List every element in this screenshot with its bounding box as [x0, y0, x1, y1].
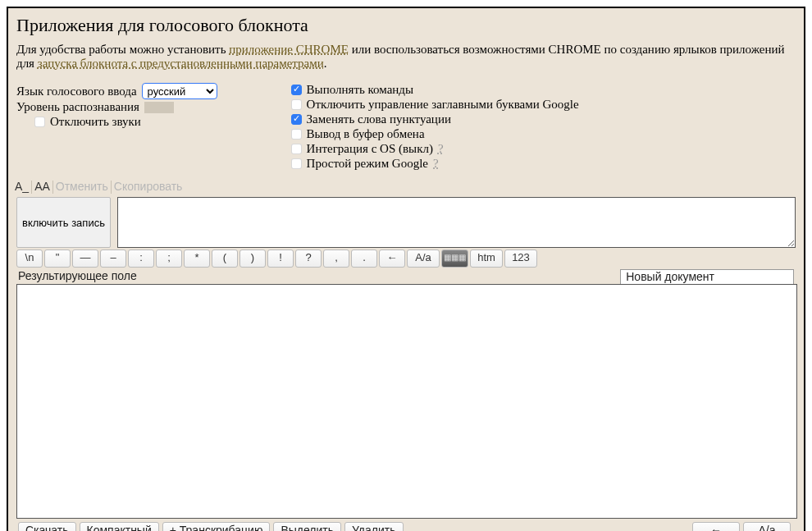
case-caps-button[interactable]: AA	[34, 180, 50, 193]
sym-question[interactable]: ?	[295, 249, 322, 268]
simple-mode-label: Простой режим Google	[307, 157, 428, 171]
sym-asterisk[interactable]: *	[184, 249, 210, 268]
disable-caps-check[interactable]	[291, 99, 302, 110]
format-toolbar: A_AAОтменитьСкопировать	[8, 180, 804, 194]
intro-text: Для удобства работы можно установить при…	[16, 43, 796, 71]
sym-htm[interactable]: htm	[470, 249, 503, 268]
exec-commands-check[interactable]	[291, 85, 302, 95]
sym-rparen[interactable]: )	[239, 249, 266, 268]
clipboard-label: Вывод в буфер обмена	[307, 127, 425, 141]
symbol-toolbar: \n " — – : ; * ( ) ! ? , . ← A/a ▦▦▦ htm…	[8, 248, 804, 268]
sym-123[interactable]: 123	[504, 249, 537, 268]
exec-commands-label: Выполнять команды	[307, 83, 414, 97]
keyboard-icon[interactable]: ▦▦▦	[441, 249, 468, 268]
chrome-app-link[interactable]: приложение CHROME	[229, 43, 349, 56]
transcription-button[interactable]: + Транскрибацию	[162, 522, 271, 531]
sym-emdash[interactable]: —	[72, 249, 98, 268]
select-button[interactable]: Выделить	[273, 522, 341, 531]
copy-button[interactable]: Скопировать	[114, 180, 183, 193]
disable-caps-label: Отключить управление заглавными буквами …	[307, 98, 579, 112]
sym-newline[interactable]: \n	[16, 249, 43, 268]
clipboard-check[interactable]	[291, 129, 302, 140]
help-icon[interactable]: ?	[438, 142, 444, 156]
case-button[interactable]: A/a	[743, 522, 791, 531]
record-button[interactable]: включить запись	[16, 197, 111, 248]
preset-link[interactable]: запуска блокнота с предустановленными па…	[38, 57, 324, 70]
disable-sounds-check[interactable]	[34, 117, 45, 127]
sym-case[interactable]: A/a	[407, 249, 440, 268]
sym-quote[interactable]: "	[44, 249, 71, 268]
help-icon[interactable]: ?	[433, 157, 439, 171]
voice-lang-label: Язык голосового ввода	[16, 85, 137, 98]
os-integration-check[interactable]	[291, 144, 302, 154]
draft-textarea[interactable]	[117, 197, 796, 248]
sym-endash[interactable]: –	[100, 249, 126, 268]
delete-button[interactable]: Удалить	[344, 522, 403, 531]
recognition-level-label: Уровень распознавания	[16, 100, 139, 114]
result-textarea[interactable]	[16, 284, 797, 519]
sym-lparen[interactable]: (	[212, 249, 238, 268]
sym-backspace[interactable]: ←	[379, 249, 405, 268]
result-field-label: Результирующее поле	[18, 269, 137, 284]
undo-button[interactable]: Отменить	[56, 180, 108, 193]
sym-period[interactable]: .	[351, 249, 377, 268]
sym-semicolon[interactable]: ;	[156, 249, 182, 268]
simple-mode-check[interactable]	[291, 158, 302, 169]
replace-punct-label: Заменять слова пунктуации	[307, 112, 451, 126]
voice-lang-select[interactable]: русский	[142, 83, 217, 99]
sym-comma[interactable]: ,	[323, 249, 349, 268]
download-button[interactable]: Скачать	[18, 522, 76, 531]
sym-colon[interactable]: :	[128, 249, 154, 268]
compact-button[interactable]: Компактный	[80, 522, 159, 531]
os-integration-label: Интеграция с OS (выкл)	[307, 142, 433, 156]
sym-excl[interactable]: !	[267, 249, 294, 268]
disable-sounds-label: Отключить звуки	[50, 115, 141, 129]
back-button[interactable]: ←	[692, 522, 740, 531]
case-small-button[interactable]: A_	[15, 180, 29, 193]
recognition-level-box	[144, 102, 174, 113]
new-document-label[interactable]: Новый документ	[620, 269, 794, 284]
intro-part3: .	[324, 57, 327, 70]
page-title: Приложения для голосового блокнота	[16, 15, 796, 36]
intro-part1: Для удобства работы можно установить	[16, 43, 229, 56]
replace-punct-check[interactable]	[291, 114, 302, 125]
